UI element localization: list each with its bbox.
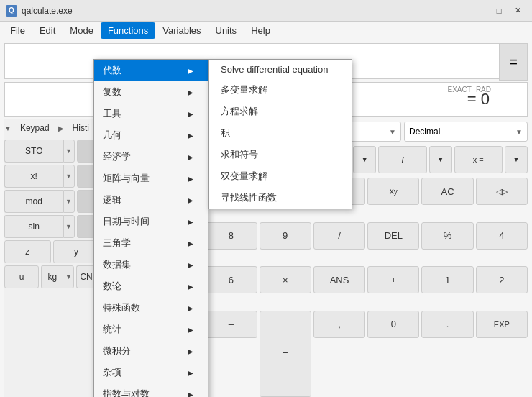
dropdown-decimal[interactable]: Decimal ▼ (404, 122, 528, 142)
menu-help[interactable]: Help (244, 22, 278, 39)
sin-arrow[interactable]: ▼ (63, 215, 75, 238)
keypad-arrow[interactable]: ▼ (4, 124, 12, 132)
kg-button[interactable]: kg (41, 265, 63, 288)
xfact-btn-container: x! ▼ (4, 165, 75, 188)
functions-menu-item-6[interactable]: 逻辑▶ (94, 189, 208, 211)
six-button[interactable]: 6 (205, 266, 257, 293)
menu-variables[interactable]: Variables (155, 22, 208, 39)
algebra-submenu-item-0[interactable]: Solve differential equation (209, 60, 352, 79)
ans-button[interactable]: ANS (313, 266, 365, 293)
algebra-submenu-item-3[interactable]: 积 (209, 122, 352, 144)
nine-button[interactable]: 9 (260, 222, 311, 250)
functions-menu-item-13[interactable]: 微积分▶ (94, 340, 208, 362)
kg-btn-container: kg ▼ (41, 265, 74, 288)
algebra-submenu-item-1[interactable]: 多变量求解 (209, 79, 352, 101)
functions-menu-item-3[interactable]: 几何▶ (94, 124, 208, 146)
title-text: qalculate.exe (22, 6, 470, 16)
four-button[interactable]: 4 (476, 222, 528, 250)
xeq-arrow[interactable]: ▼ (505, 146, 528, 173)
sto-arrow[interactable]: ▼ (63, 140, 75, 163)
menu-file[interactable]: File (3, 22, 32, 39)
functions-menu-item-5[interactable]: 矩阵与向量▶ (94, 168, 208, 189)
functions-menu-item-1[interactable]: 复数▶ (94, 81, 208, 103)
z-button[interactable]: z (4, 240, 51, 263)
algebra-submenu-item-4[interactable]: 求和符号 (209, 144, 352, 165)
functions-menu: 代数▶复数▶工具▶几何▶经济学▶矩阵与向量▶逻辑▶日期与时间▶三角学▶数据集▶数… (93, 59, 208, 397)
maximize-button[interactable]: □ (490, 4, 508, 18)
rad-indicator: RAD (476, 86, 491, 93)
menu-units[interactable]: Units (208, 22, 244, 39)
functions-menu-item-11[interactable]: 特殊函数▶ (94, 297, 208, 319)
title-bar: Q qalculate.exe – □ ✕ (0, 0, 532, 22)
close-button[interactable]: ✕ (509, 4, 526, 18)
two-button[interactable]: 2 (476, 266, 528, 293)
sin-button[interactable]: sin (4, 215, 63, 238)
functions-menu-item-15[interactable]: 指数与对数▶ (94, 383, 208, 397)
zero-button[interactable]: 0 (367, 311, 419, 338)
pi-arrow[interactable]: ▼ (353, 146, 376, 173)
divide-button[interactable]: / (313, 222, 365, 250)
xeq-button[interactable]: x = (454, 146, 503, 173)
sin-btn-container: sin ▼ (4, 215, 75, 238)
keypad-tab[interactable]: Keypad (14, 122, 55, 134)
algebra-submenu: Solve differential equation多变量求解方程求解积求和符… (208, 59, 352, 209)
history-arrow[interactable]: ▶ (58, 124, 64, 132)
pow-button[interactable]: xy (367, 178, 419, 205)
sto-btn-container: STO ▼ (4, 140, 75, 163)
algebra-submenu-items: Solve differential equation多变量求解方程求解积求和符… (209, 60, 352, 209)
kg-arrow[interactable]: ▼ (63, 265, 74, 288)
comma-button[interactable]: , (313, 311, 365, 338)
i-arrow[interactable]: ▼ (429, 146, 452, 173)
xfact-button[interactable]: x! (4, 165, 63, 188)
arrows-button[interactable]: ◁▷ (476, 178, 528, 205)
functions-menu-item-0[interactable]: 代数▶ (94, 60, 208, 81)
dot-button[interactable]: . (421, 311, 473, 338)
percent-button[interactable]: % (421, 222, 473, 250)
main-area: = EXACT RAD = 0 ▼ Keypad ▶ Histi STO (0, 40, 532, 397)
ac-button[interactable]: AC (421, 178, 473, 205)
functions-menu-item-10[interactable]: 数论▶ (94, 275, 208, 297)
one-button[interactable]: 1 (421, 266, 473, 293)
equals-button[interactable]: = (499, 43, 528, 81)
algebra-submenu-item-2[interactable]: 方程求解 (209, 101, 352, 122)
functions-menu-item-14[interactable]: 杂项▶ (94, 362, 208, 383)
functions-menu-item-7[interactable]: 日期与时间▶ (94, 211, 208, 232)
mod-arrow[interactable]: ▼ (63, 190, 75, 213)
functions-menu-item-8[interactable]: 三角学▶ (94, 232, 208, 254)
algebra-submenu-item-5[interactable]: 双变量求解 (209, 165, 352, 187)
u-button[interactable]: u (4, 265, 39, 288)
menu-functions[interactable]: Functions (101, 22, 155, 39)
mode-indicators: EXACT RAD (448, 86, 491, 93)
y-button[interactable]: y (53, 240, 100, 263)
functions-menu-item-2[interactable]: 工具▶ (94, 103, 208, 124)
xfact-arrow[interactable]: ▼ (63, 165, 75, 188)
minimize-button[interactable]: – (472, 4, 489, 18)
algebra-submenu-item-6[interactable]: 寻找线性函数 (209, 187, 352, 209)
functions-menu-items: 代数▶复数▶工具▶几何▶经济学▶矩阵与向量▶逻辑▶日期与时间▶三角学▶数据集▶数… (94, 60, 208, 397)
exp-button[interactable]: EXP (476, 311, 528, 338)
i-button[interactable]: i (378, 146, 426, 173)
functions-menu-item-12[interactable]: 统计▶ (94, 319, 208, 340)
app-icon: Q (6, 5, 17, 17)
multiply-button[interactable]: × (260, 266, 311, 293)
history-tab[interactable]: Histi (67, 122, 95, 134)
plusminus-button[interactable]: ± (367, 266, 419, 293)
del-button[interactable]: DEL (367, 222, 419, 250)
menu-bar: File Edit Mode Functions Variables Units… (0, 22, 532, 40)
mod-btn-container: mod ▼ (4, 190, 75, 213)
exact-indicator: EXACT (448, 86, 472, 93)
sto-button[interactable]: STO (4, 140, 63, 163)
functions-menu-item-4[interactable]: 经济学▶ (94, 146, 208, 168)
minus-button[interactable]: – (205, 311, 257, 338)
menu-edit[interactable]: Edit (32, 22, 63, 39)
mod-button[interactable]: mod (4, 190, 63, 213)
menu-mode[interactable]: Mode (63, 22, 101, 39)
eight-button[interactable]: 8 (205, 222, 257, 250)
functions-menu-item-9[interactable]: 数据集▶ (94, 254, 208, 275)
main-equals-button[interactable]: = (260, 311, 311, 397)
